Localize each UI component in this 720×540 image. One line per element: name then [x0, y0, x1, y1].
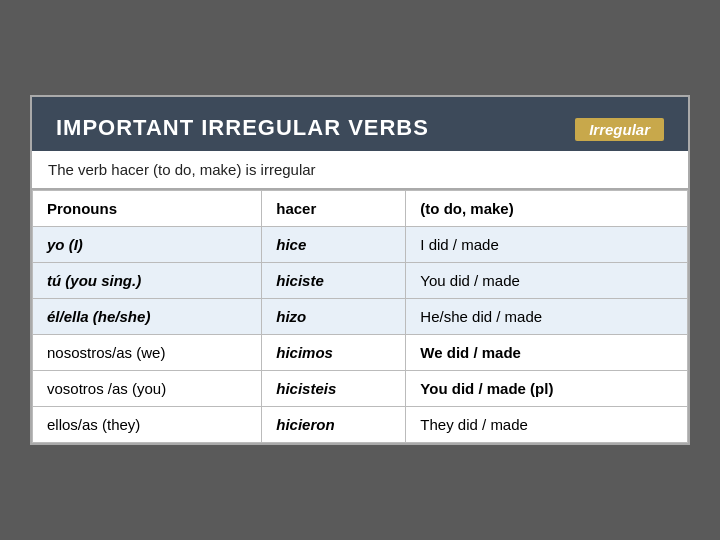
- verb-table: Pronouns hacer (to do, make) yo (I) hice…: [32, 190, 688, 443]
- header: IMPORTANT IRREGULAR VERBS Irregular: [32, 97, 688, 151]
- table-row: nosostros/as (we) hicimos We did / made: [33, 335, 688, 371]
- col-header-pronouns: Pronouns: [33, 191, 262, 227]
- meaning-vosotros: You did / made (pl): [406, 371, 688, 407]
- meaning-tu: You did / made: [406, 263, 688, 299]
- hacer-nosotros: hicimos: [262, 335, 406, 371]
- pronoun-el: él/ella (he/she): [33, 299, 262, 335]
- pronoun-ellos: ellos/as (they): [33, 407, 262, 443]
- hacer-yo: hice: [262, 227, 406, 263]
- table-row: yo (I) hice I did / made: [33, 227, 688, 263]
- meaning-el: He/she did / made: [406, 299, 688, 335]
- pronoun-tu: tú (you sing.): [33, 263, 262, 299]
- irregular-badge: Irregular: [575, 118, 664, 141]
- page-title: IMPORTANT IRREGULAR VERBS: [56, 115, 429, 141]
- table-row: vosotros /as (you) hicisteis You did / m…: [33, 371, 688, 407]
- main-card: IMPORTANT IRREGULAR VERBS Irregular The …: [30, 95, 690, 445]
- pronoun-yo: yo (I): [33, 227, 262, 263]
- meaning-nosotros: We did / made: [406, 335, 688, 371]
- pronoun-nosotros: nosostros/as (we): [33, 335, 262, 371]
- meaning-yo: I did / made: [406, 227, 688, 263]
- hacer-el: hizo: [262, 299, 406, 335]
- meaning-ellos: They did / made: [406, 407, 688, 443]
- table-row: tú (you sing.) hiciste You did / made: [33, 263, 688, 299]
- hacer-ellos: hicieron: [262, 407, 406, 443]
- table-row: él/ella (he/she) hizo He/she did / made: [33, 299, 688, 335]
- pronoun-vosotros: vosotros /as (you): [33, 371, 262, 407]
- hacer-tu: hiciste: [262, 263, 406, 299]
- col-header-hacer: hacer: [262, 191, 406, 227]
- table-row: ellos/as (they) hicieron They did / made: [33, 407, 688, 443]
- table-header-row: Pronouns hacer (to do, make): [33, 191, 688, 227]
- subtitle: The verb hacer (to do, make) is irregula…: [32, 151, 688, 190]
- hacer-vosotros: hicisteis: [262, 371, 406, 407]
- col-header-meaning: (to do, make): [406, 191, 688, 227]
